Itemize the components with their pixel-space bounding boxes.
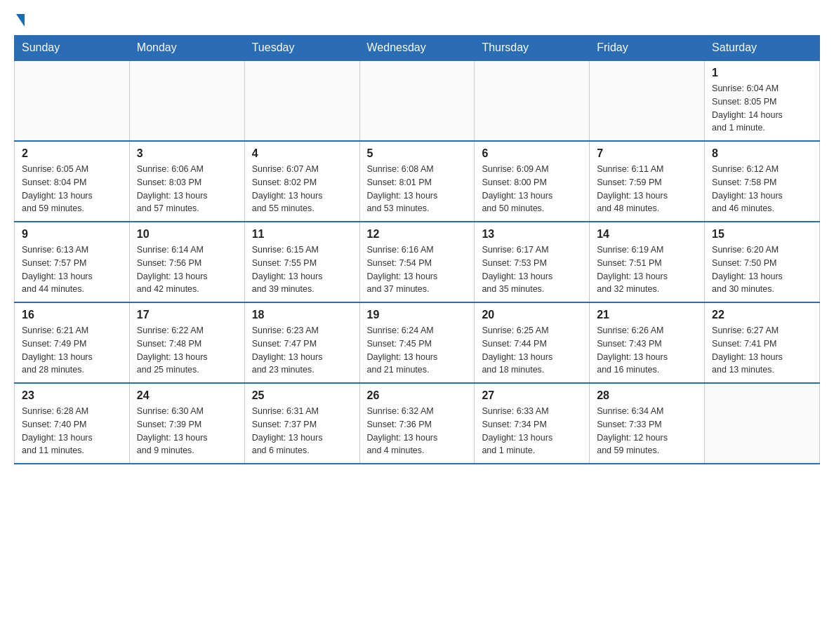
day-number: 21	[597, 309, 697, 321]
calendar-cell: 28Sunrise: 6:34 AM Sunset: 7:33 PM Dayli…	[590, 383, 705, 464]
day-info: Sunrise: 6:16 AM Sunset: 7:54 PM Dayligh…	[367, 243, 468, 296]
day-number: 4	[252, 147, 352, 160]
calendar-cell: 11Sunrise: 6:15 AM Sunset: 7:55 PM Dayli…	[244, 222, 359, 302]
day-info: Sunrise: 6:34 AM Sunset: 7:33 PM Dayligh…	[597, 405, 697, 457]
day-info: Sunrise: 6:06 AM Sunset: 8:03 PM Dayligh…	[137, 163, 237, 215]
calendar-cell: 7Sunrise: 6:11 AM Sunset: 7:59 PM Daylig…	[590, 141, 705, 222]
day-info: Sunrise: 6:17 AM Sunset: 7:53 PM Dayligh…	[482, 243, 582, 296]
day-number: 6	[482, 147, 582, 160]
day-info: Sunrise: 6:24 AM Sunset: 7:45 PM Dayligh…	[367, 324, 468, 377]
calendar-cell: 3Sunrise: 6:06 AM Sunset: 8:03 PM Daylig…	[129, 141, 244, 222]
day-info: Sunrise: 6:14 AM Sunset: 7:56 PM Dayligh…	[137, 243, 237, 296]
day-info: Sunrise: 6:08 AM Sunset: 8:01 PM Dayligh…	[367, 163, 468, 215]
calendar-cell	[359, 60, 475, 141]
logo	[14, 14, 25, 28]
calendar-cell	[590, 60, 705, 141]
day-number: 17	[137, 309, 237, 321]
week-row-1: 2Sunrise: 6:05 AM Sunset: 8:04 PM Daylig…	[15, 141, 820, 222]
calendar-cell: 25Sunrise: 6:31 AM Sunset: 7:37 PM Dayli…	[244, 383, 359, 464]
calendar-cell: 24Sunrise: 6:30 AM Sunset: 7:39 PM Dayli…	[129, 383, 244, 464]
day-number: 10	[137, 228, 237, 241]
week-row-3: 16Sunrise: 6:21 AM Sunset: 7:49 PM Dayli…	[15, 302, 820, 383]
calendar-cell: 17Sunrise: 6:22 AM Sunset: 7:48 PM Dayli…	[129, 302, 244, 383]
day-info: Sunrise: 6:21 AM Sunset: 7:49 PM Dayligh…	[22, 324, 122, 377]
calendar-cell: 19Sunrise: 6:24 AM Sunset: 7:45 PM Dayli…	[359, 302, 475, 383]
column-header-thursday: Thursday	[475, 36, 590, 61]
calendar-cell: 15Sunrise: 6:20 AM Sunset: 7:50 PM Dayli…	[705, 222, 820, 302]
day-info: Sunrise: 6:31 AM Sunset: 7:37 PM Dayligh…	[252, 405, 352, 457]
day-info: Sunrise: 6:11 AM Sunset: 7:59 PM Dayligh…	[597, 163, 697, 215]
calendar-cell: 16Sunrise: 6:21 AM Sunset: 7:49 PM Dayli…	[15, 302, 130, 383]
calendar-cell: 27Sunrise: 6:33 AM Sunset: 7:34 PM Dayli…	[475, 383, 590, 464]
day-number: 8	[712, 147, 812, 160]
calendar-cell: 4Sunrise: 6:07 AM Sunset: 8:02 PM Daylig…	[244, 141, 359, 222]
calendar-cell	[129, 60, 244, 141]
column-header-monday: Monday	[129, 36, 244, 61]
day-number: 23	[22, 389, 122, 402]
calendar-cell: 18Sunrise: 6:23 AM Sunset: 7:47 PM Dayli…	[244, 302, 359, 383]
day-info: Sunrise: 6:07 AM Sunset: 8:02 PM Dayligh…	[252, 163, 352, 215]
day-info: Sunrise: 6:13 AM Sunset: 7:57 PM Dayligh…	[22, 243, 122, 296]
day-info: Sunrise: 6:04 AM Sunset: 8:05 PM Dayligh…	[712, 82, 812, 135]
day-number: 5	[367, 147, 468, 160]
week-row-4: 23Sunrise: 6:28 AM Sunset: 7:40 PM Dayli…	[15, 383, 820, 464]
page-header	[14, 14, 820, 28]
calendar-cell: 26Sunrise: 6:32 AM Sunset: 7:36 PM Dayli…	[359, 383, 475, 464]
week-row-2: 9Sunrise: 6:13 AM Sunset: 7:57 PM Daylig…	[15, 222, 820, 302]
day-info: Sunrise: 6:22 AM Sunset: 7:48 PM Dayligh…	[137, 324, 237, 377]
calendar-cell: 8Sunrise: 6:12 AM Sunset: 7:58 PM Daylig…	[705, 141, 820, 222]
column-header-friday: Friday	[590, 36, 705, 61]
day-number: 9	[22, 228, 122, 241]
day-info: Sunrise: 6:27 AM Sunset: 7:41 PM Dayligh…	[712, 324, 812, 377]
calendar-cell: 1Sunrise: 6:04 AM Sunset: 8:05 PM Daylig…	[705, 60, 820, 141]
day-number: 11	[252, 228, 352, 241]
day-number: 27	[482, 389, 582, 402]
day-number: 14	[597, 228, 697, 241]
day-info: Sunrise: 6:15 AM Sunset: 7:55 PM Dayligh…	[252, 243, 352, 296]
day-number: 15	[712, 228, 812, 241]
calendar-cell: 20Sunrise: 6:25 AM Sunset: 7:44 PM Dayli…	[475, 302, 590, 383]
calendar-cell	[475, 60, 590, 141]
day-info: Sunrise: 6:25 AM Sunset: 7:44 PM Dayligh…	[482, 324, 582, 377]
day-info: Sunrise: 6:19 AM Sunset: 7:51 PM Dayligh…	[597, 243, 697, 296]
day-info: Sunrise: 6:12 AM Sunset: 7:58 PM Dayligh…	[712, 163, 812, 215]
calendar-cell: 23Sunrise: 6:28 AM Sunset: 7:40 PM Dayli…	[15, 383, 130, 464]
day-number: 26	[367, 389, 468, 402]
day-number: 25	[252, 389, 352, 402]
day-number: 18	[252, 309, 352, 321]
day-number: 13	[482, 228, 582, 241]
calendar-cell: 6Sunrise: 6:09 AM Sunset: 8:00 PM Daylig…	[475, 141, 590, 222]
day-info: Sunrise: 6:33 AM Sunset: 7:34 PM Dayligh…	[482, 405, 582, 457]
day-number: 22	[712, 309, 812, 321]
day-info: Sunrise: 6:09 AM Sunset: 8:00 PM Dayligh…	[482, 163, 582, 215]
week-row-0: 1Sunrise: 6:04 AM Sunset: 8:05 PM Daylig…	[15, 60, 820, 141]
day-number: 24	[137, 389, 237, 402]
column-header-saturday: Saturday	[705, 36, 820, 61]
day-info: Sunrise: 6:05 AM Sunset: 8:04 PM Dayligh…	[22, 163, 122, 215]
calendar-cell: 21Sunrise: 6:26 AM Sunset: 7:43 PM Dayli…	[590, 302, 705, 383]
calendar-cell: 10Sunrise: 6:14 AM Sunset: 7:56 PM Dayli…	[129, 222, 244, 302]
day-info: Sunrise: 6:23 AM Sunset: 7:47 PM Dayligh…	[252, 324, 352, 377]
calendar-table: SundayMondayTuesdayWednesdayThursdayFrid…	[14, 35, 820, 464]
day-number: 7	[597, 147, 697, 160]
day-info: Sunrise: 6:30 AM Sunset: 7:39 PM Dayligh…	[137, 405, 237, 457]
logo-triangle-icon	[16, 14, 25, 27]
calendar-cell	[705, 383, 820, 464]
calendar-cell: 14Sunrise: 6:19 AM Sunset: 7:51 PM Dayli…	[590, 222, 705, 302]
calendar-cell: 12Sunrise: 6:16 AM Sunset: 7:54 PM Dayli…	[359, 222, 475, 302]
calendar-cell	[15, 60, 130, 141]
day-info: Sunrise: 6:32 AM Sunset: 7:36 PM Dayligh…	[367, 405, 468, 457]
calendar-cell: 9Sunrise: 6:13 AM Sunset: 7:57 PM Daylig…	[15, 222, 130, 302]
calendar-cell: 2Sunrise: 6:05 AM Sunset: 8:04 PM Daylig…	[15, 141, 130, 222]
day-number: 1	[712, 67, 812, 79]
day-number: 12	[367, 228, 468, 241]
calendar-cell: 5Sunrise: 6:08 AM Sunset: 8:01 PM Daylig…	[359, 141, 475, 222]
day-number: 28	[597, 389, 697, 402]
day-number: 2	[22, 147, 122, 160]
day-info: Sunrise: 6:20 AM Sunset: 7:50 PM Dayligh…	[712, 243, 812, 296]
day-info: Sunrise: 6:28 AM Sunset: 7:40 PM Dayligh…	[22, 405, 122, 457]
day-number: 19	[367, 309, 468, 321]
day-number: 20	[482, 309, 582, 321]
column-header-sunday: Sunday	[15, 36, 130, 61]
day-number: 3	[137, 147, 237, 160]
